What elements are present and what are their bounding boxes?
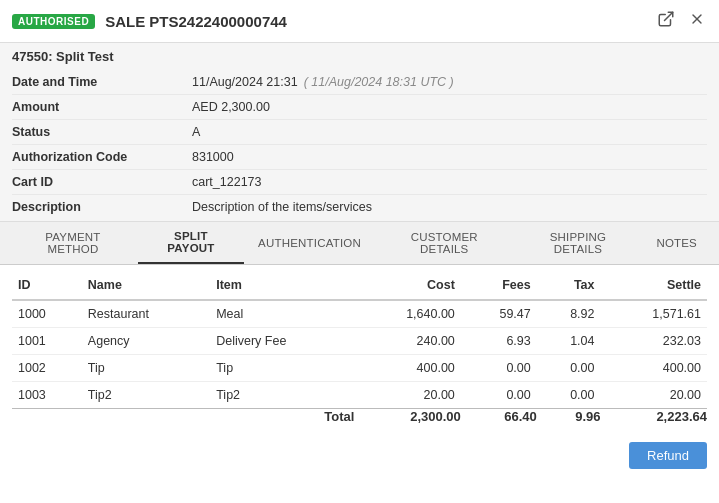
info-value: AED 2,300.00 xyxy=(192,100,270,114)
total-tax: 9.96 xyxy=(537,409,601,425)
cell-cost: 1,640.00 xyxy=(354,300,460,328)
tabs-bar: PAYMENT METHODSPLIT PAYOUTAUTHENTICATION… xyxy=(0,222,719,265)
info-row: Description Description of the items/ser… xyxy=(12,195,707,219)
cell-fees: 0.00 xyxy=(461,382,537,409)
refund-button[interactable]: Refund xyxy=(629,442,707,469)
authorised-badge: AUTHORISED xyxy=(12,14,95,29)
col-item: Item xyxy=(210,271,354,300)
info-row: Amount AED 2,300.00 xyxy=(12,95,707,120)
cell-cost: 240.00 xyxy=(354,328,460,355)
info-label: Status xyxy=(12,125,192,139)
cell-name: Tip xyxy=(82,355,210,382)
cell-settle: 232.03 xyxy=(601,328,708,355)
table-row: 1002 Tip Tip 400.00 0.00 0.00 400.00 xyxy=(12,355,707,382)
page-title: SALE PTS2422400000744 xyxy=(105,13,655,30)
cell-tax: 1.04 xyxy=(537,328,601,355)
table-row: 1001 Agency Delivery Fee 240.00 6.93 1.0… xyxy=(12,328,707,355)
cell-item: Meal xyxy=(210,300,354,328)
table-section: ID Name Item Cost Fees Tax Settle 1000 R… xyxy=(0,271,719,434)
info-value: Description of the items/services xyxy=(192,200,372,214)
tab-notes[interactable]: NOTES xyxy=(642,222,711,264)
cell-item: Tip2 xyxy=(210,382,354,409)
split-payout-table: ID Name Item Cost Fees Tax Settle 1000 R… xyxy=(12,271,707,424)
col-cost: Cost xyxy=(354,271,460,300)
col-settle: Settle xyxy=(601,271,708,300)
cell-name: Tip2 xyxy=(82,382,210,409)
tab-customer-details[interactable]: CUSTOMER DETAILS xyxy=(375,222,514,264)
col-name: Name xyxy=(82,271,210,300)
total-label: Total xyxy=(210,409,354,425)
cell-name: Restaurant xyxy=(82,300,210,328)
header-actions xyxy=(655,8,707,34)
info-row: Authorization Code 831000 xyxy=(12,145,707,170)
total-row: Total 2,300.00 66.40 9.96 2,223.64 xyxy=(12,409,707,425)
info-row: Cart ID cart_122173 xyxy=(12,170,707,195)
cell-item: Tip xyxy=(210,355,354,382)
svg-line-0 xyxy=(665,12,673,20)
close-button[interactable] xyxy=(687,8,707,34)
cell-settle: 400.00 xyxy=(601,355,708,382)
info-section-title: 47550: Split Test xyxy=(12,49,707,64)
total-settle: 2,223.64 xyxy=(601,409,708,425)
info-value: 11/Aug/2024 21:31( 11/Aug/2024 18:31 UTC… xyxy=(192,75,454,89)
cell-settle: 20.00 xyxy=(601,382,708,409)
footer: Refund xyxy=(0,434,719,477)
cell-item: Delivery Fee xyxy=(210,328,354,355)
header: AUTHORISED SALE PTS2422400000744 xyxy=(0,0,719,43)
total-cost: 2,300.00 xyxy=(354,409,460,425)
info-label: Date and Time xyxy=(12,75,192,89)
cell-id: 1000 xyxy=(12,300,82,328)
tab-shipping-details[interactable]: SHIPPING DETAILS xyxy=(514,222,643,264)
info-value: 831000 xyxy=(192,150,234,164)
cell-settle: 1,571.61 xyxy=(601,300,708,328)
info-label: Authorization Code xyxy=(12,150,192,164)
total-fees: 66.40 xyxy=(461,409,537,425)
info-value: A xyxy=(192,125,200,139)
info-row: Date and Time 11/Aug/2024 21:31( 11/Aug/… xyxy=(12,70,707,95)
col-fees: Fees xyxy=(461,271,537,300)
tab-split-payout[interactable]: SPLIT PAYOUT xyxy=(138,222,244,264)
cell-name: Agency xyxy=(82,328,210,355)
cell-id: 1003 xyxy=(12,382,82,409)
cell-tax: 0.00 xyxy=(537,355,601,382)
info-section: 47550: Split Test Date and Time 11/Aug/2… xyxy=(0,43,719,222)
utc-note: ( 11/Aug/2024 18:31 UTC ) xyxy=(304,75,454,89)
cell-cost: 20.00 xyxy=(354,382,460,409)
cell-fees: 59.47 xyxy=(461,300,537,328)
cell-fees: 6.93 xyxy=(461,328,537,355)
tab-authentication[interactable]: AUTHENTICATION xyxy=(244,222,375,264)
table-header-row: ID Name Item Cost Fees Tax Settle xyxy=(12,271,707,300)
info-row: Status A xyxy=(12,120,707,145)
cell-id: 1002 xyxy=(12,355,82,382)
table-row: 1000 Restaurant Meal 1,640.00 59.47 8.92… xyxy=(12,300,707,328)
col-tax: Tax xyxy=(537,271,601,300)
cell-tax: 0.00 xyxy=(537,382,601,409)
table-row: 1003 Tip2 Tip2 20.00 0.00 0.00 20.00 xyxy=(12,382,707,409)
info-label: Cart ID xyxy=(12,175,192,189)
cell-cost: 400.00 xyxy=(354,355,460,382)
tab-payment-method[interactable]: PAYMENT METHOD xyxy=(8,222,138,264)
cell-id: 1001 xyxy=(12,328,82,355)
col-id: ID xyxy=(12,271,82,300)
info-label: Description xyxy=(12,200,192,214)
cell-tax: 8.92 xyxy=(537,300,601,328)
info-value: cart_122173 xyxy=(192,175,262,189)
cell-fees: 0.00 xyxy=(461,355,537,382)
info-label: Amount xyxy=(12,100,192,114)
export-button[interactable] xyxy=(655,8,677,34)
